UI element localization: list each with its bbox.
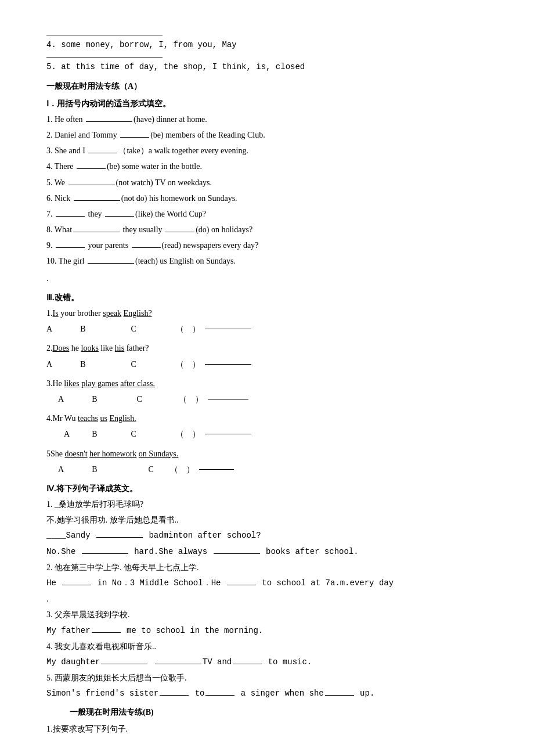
iv-item-5-cn: 5. 西蒙朋友的姐姐长大后想当一位歌手.: [46, 671, 493, 685]
dot-separator: .: [46, 271, 493, 286]
blank-iv3: [92, 632, 121, 633]
iv-item-1-cn2: 不.她学习很用功. 放学后她总是看书..: [46, 513, 493, 527]
blank-2: [120, 137, 149, 138]
top-underline-2: [46, 57, 163, 57]
item-10: 10. The girl (teach) us English on Sunda…: [46, 254, 493, 268]
top-underline-1: [46, 35, 163, 35]
blank-6: [74, 200, 120, 201]
blank-iv2a: [62, 585, 91, 585]
iv-item-2-dot: .: [46, 592, 493, 606]
iv-item-1-cn1: 1. _桑迪放学后打羽毛球吗?: [46, 497, 493, 512]
iv-item-1-eng2: No.She hard.She always books after schoo…: [46, 545, 493, 559]
iv-item-4-eng: My daughter TV and to music.: [46, 655, 493, 669]
ec-options-5: A B C （ ）: [58, 462, 493, 477]
ec-options-2: A B C （ ）: [46, 357, 493, 372]
blank-iv5b: [205, 695, 234, 696]
line-4: 4. some money, borrow, I, from you, May: [46, 38, 493, 52]
ec-options-1: A B C （ ）: [46, 322, 493, 336]
iv-item-3-eng: My father me to school in the morning.: [46, 624, 493, 638]
blank-iv4c: [233, 664, 262, 664]
section-a-title: 一般现在时用法专练（A）: [46, 79, 493, 93]
blank-8a: [73, 232, 120, 232]
ec-answer-4: [205, 434, 251, 434]
ec-answer-1: [205, 329, 251, 329]
item-9: 9. your parents (read) newspapers every …: [46, 238, 493, 253]
blank-iv4a: [101, 664, 147, 664]
blank-8b: [165, 232, 194, 232]
ec-answer-2: [205, 364, 251, 365]
blank-iv5a: [160, 695, 189, 696]
blank-5: [68, 185, 115, 185]
blank-3: [88, 153, 117, 153]
ec-answer-3: [208, 399, 248, 399]
item-2: 2. Daniel and Tommy (be) members of the …: [46, 128, 493, 142]
blank-iv1c: [214, 553, 260, 554]
section-i-instruction: Ⅰ．用括号内动词的适当形式填空。: [46, 96, 493, 111]
blank-iv5c: [325, 695, 354, 696]
blank-4: [77, 168, 106, 169]
ec-sentence-3: 3.He likes play games after class.: [46, 376, 493, 391]
section-b-title: 一般现在时用法专练(B): [70, 705, 493, 719]
iv-item-2-eng: He in No．3 Middle School．He to school at…: [46, 576, 493, 591]
blank-10: [88, 263, 134, 264]
item-6: 6. Nick (not do) his homework on Sundays…: [46, 191, 493, 206]
item-5: 5. We (not watch) TV on weekdays.: [46, 175, 493, 190]
blank-iv4b: [155, 664, 201, 664]
blank-9b: [132, 247, 161, 248]
ec-sentence-2: 2.Does he looks like his father?: [46, 341, 493, 355]
item-8: 8. What they usually (do) on holidays?: [46, 222, 493, 237]
blank-iv2b: [227, 585, 256, 585]
ec-sentence-1: 1.Is your brother speak English?: [46, 306, 493, 321]
section-iii-title: Ⅲ.改错。: [46, 290, 493, 305]
blank-iv1a: [96, 537, 143, 538]
iv-item-4-cn: 4. 我女儿喜欢看电视和听音乐..: [46, 639, 493, 654]
blank-7b: [105, 216, 134, 217]
iv-item-2-cn: 2. 他在第三中学上学. 他每天早上七点上学.: [46, 560, 493, 575]
iv-item-1-eng1: ____Sandy badminton after school?: [46, 528, 493, 543]
section-b-item1: 1.按要求改写下列句子.: [46, 722, 493, 736]
ec-answer-5: [199, 469, 234, 470]
item-3: 3. She and I （take）a walk together every…: [46, 143, 493, 158]
iv-item-5-eng: Simon's friend's sister to a singer when…: [46, 686, 493, 701]
blank-iv1b: [82, 553, 128, 554]
item-1: 1. He often (have) dinner at home.: [46, 112, 493, 127]
ec-options-3: A B C （ ）: [58, 392, 493, 406]
iv-item-3-cn: 3. 父亲早晨送我到学校.: [46, 607, 493, 622]
ec-sentence-5: 5She doesn't her homework on Sundays.: [46, 447, 493, 461]
line-5: 5. at this time of day, the shop, I thin…: [46, 60, 493, 74]
blank-7a: [56, 216, 85, 217]
ec-sentence-4: 4.Mr Wu teachs us English.: [46, 411, 493, 426]
section-iv-title: Ⅳ.将下列句子译成英文。: [46, 481, 493, 496]
blank-9a: [56, 247, 85, 248]
blank-1: [86, 121, 132, 122]
item-7: 7. they (like) the World Cup?: [46, 207, 493, 221]
ec-options-4: A B C （ ）: [64, 427, 493, 441]
item-4: 4. There (be) some water in the bottle.: [46, 159, 493, 174]
